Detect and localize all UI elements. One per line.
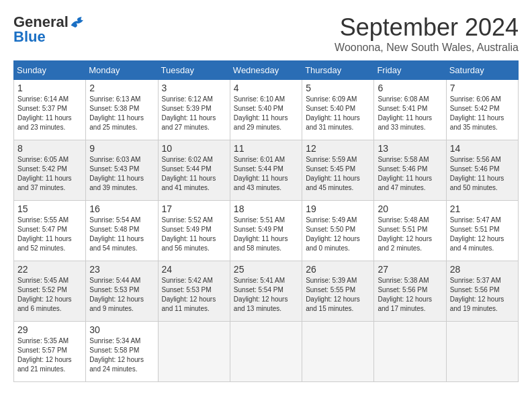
day-number: 17 xyxy=(162,203,226,214)
table-row xyxy=(230,322,302,382)
table-row: 20Sunrise: 5:48 AMSunset: 5:51 PMDayligh… xyxy=(374,201,446,261)
table-row: 5Sunrise: 6:09 AMSunset: 5:40 PMDaylight… xyxy=(302,80,374,140)
table-row: 15Sunrise: 5:55 AMSunset: 5:47 PMDayligh… xyxy=(14,201,86,261)
day-info: Sunrise: 5:42 AMSunset: 5:53 PMDaylight:… xyxy=(162,276,226,314)
day-info: Sunrise: 6:09 AMSunset: 5:40 PMDaylight:… xyxy=(306,95,370,132)
day-number: 24 xyxy=(162,264,226,275)
day-info: Sunrise: 5:58 AMSunset: 5:46 PMDaylight:… xyxy=(378,155,442,193)
location-text: Woonona, New South Wales, Australia xyxy=(335,42,519,54)
day-info: Sunrise: 5:35 AMSunset: 5:57 PMDaylight:… xyxy=(17,336,82,374)
table-row xyxy=(446,322,518,382)
day-number: 9 xyxy=(89,143,154,154)
col-tuesday: Tuesday xyxy=(158,61,230,80)
day-info: Sunrise: 5:59 AMSunset: 5:45 PMDaylight:… xyxy=(306,155,370,193)
table-row: 29Sunrise: 5:35 AMSunset: 5:57 PMDayligh… xyxy=(14,322,86,382)
day-number: 22 xyxy=(17,264,82,275)
day-info: Sunrise: 5:54 AMSunset: 5:48 PMDaylight:… xyxy=(89,216,154,253)
day-number: 5 xyxy=(306,83,370,93)
table-row: 7Sunrise: 6:06 AMSunset: 5:42 PMDaylight… xyxy=(446,80,518,140)
logo-blue-text: Blue xyxy=(13,28,46,46)
day-number: 7 xyxy=(450,83,515,93)
table-row: 21Sunrise: 5:47 AMSunset: 5:51 PMDayligh… xyxy=(446,201,518,261)
day-number: 30 xyxy=(89,324,154,335)
table-row: 13Sunrise: 5:58 AMSunset: 5:46 PMDayligh… xyxy=(374,140,446,201)
day-number: 16 xyxy=(89,203,154,214)
day-info: Sunrise: 5:47 AMSunset: 5:51 PMDaylight:… xyxy=(450,216,515,253)
col-wednesday: Wednesday xyxy=(230,61,302,80)
day-number: 14 xyxy=(450,143,515,154)
day-number: 21 xyxy=(450,203,515,214)
calendar-week-row: 29Sunrise: 5:35 AMSunset: 5:57 PMDayligh… xyxy=(14,322,519,382)
day-info: Sunrise: 5:34 AMSunset: 5:58 PMDaylight:… xyxy=(89,336,154,374)
table-row: 27Sunrise: 5:38 AMSunset: 5:56 PMDayligh… xyxy=(374,261,446,322)
day-info: Sunrise: 5:45 AMSunset: 5:52 PMDaylight:… xyxy=(17,276,82,314)
table-row xyxy=(302,322,374,382)
logo-bird-icon xyxy=(70,15,86,29)
table-row: 18Sunrise: 5:51 AMSunset: 5:49 PMDayligh… xyxy=(230,201,302,261)
table-row xyxy=(374,322,446,382)
day-info: Sunrise: 5:37 AMSunset: 5:56 PMDaylight:… xyxy=(450,276,515,314)
day-number: 2 xyxy=(89,83,154,93)
day-number: 10 xyxy=(162,143,226,154)
table-row: 2Sunrise: 6:13 AMSunset: 5:38 PMDaylight… xyxy=(86,80,158,140)
day-number: 25 xyxy=(234,264,298,275)
day-info: Sunrise: 6:01 AMSunset: 5:44 PMDaylight:… xyxy=(234,155,298,193)
table-row: 11Sunrise: 6:01 AMSunset: 5:44 PMDayligh… xyxy=(230,140,302,201)
day-info: Sunrise: 6:14 AMSunset: 5:37 PMDaylight:… xyxy=(17,95,82,132)
table-row: 28Sunrise: 5:37 AMSunset: 5:56 PMDayligh… xyxy=(446,261,518,322)
col-friday: Friday xyxy=(374,61,446,80)
day-info: Sunrise: 6:12 AMSunset: 5:39 PMDaylight:… xyxy=(162,95,226,132)
day-number: 19 xyxy=(306,203,370,214)
day-number: 12 xyxy=(306,143,370,154)
calendar-week-row: 15Sunrise: 5:55 AMSunset: 5:47 PMDayligh… xyxy=(14,201,519,261)
day-info: Sunrise: 5:52 AMSunset: 5:49 PMDaylight:… xyxy=(162,216,226,253)
day-number: 29 xyxy=(17,324,82,335)
col-monday: Monday xyxy=(86,61,158,80)
day-number: 23 xyxy=(89,264,154,275)
table-row: 8Sunrise: 6:05 AMSunset: 5:42 PMDaylight… xyxy=(14,140,86,201)
day-info: Sunrise: 5:38 AMSunset: 5:56 PMDaylight:… xyxy=(378,276,442,314)
calendar-table: Sunday Monday Tuesday Wednesday Thursday… xyxy=(13,60,519,382)
table-row xyxy=(158,322,230,382)
day-number: 28 xyxy=(450,264,515,275)
title-section: September 2024 Woonona, New South Wales,… xyxy=(335,13,519,54)
col-thursday: Thursday xyxy=(302,61,374,80)
day-number: 15 xyxy=(17,203,82,214)
day-number: 18 xyxy=(234,203,298,214)
calendar-week-row: 1Sunrise: 6:14 AMSunset: 5:37 PMDaylight… xyxy=(14,80,519,140)
day-info: Sunrise: 6:10 AMSunset: 5:40 PMDaylight:… xyxy=(234,95,298,132)
day-number: 1 xyxy=(17,83,82,93)
table-row: 9Sunrise: 6:03 AMSunset: 5:43 PMDaylight… xyxy=(86,140,158,201)
table-row: 12Sunrise: 5:59 AMSunset: 5:45 PMDayligh… xyxy=(302,140,374,201)
day-info: Sunrise: 5:41 AMSunset: 5:54 PMDaylight:… xyxy=(234,276,298,314)
calendar-week-row: 8Sunrise: 6:05 AMSunset: 5:42 PMDaylight… xyxy=(14,140,519,201)
day-info: Sunrise: 5:44 AMSunset: 5:53 PMDaylight:… xyxy=(89,276,154,314)
day-info: Sunrise: 6:08 AMSunset: 5:41 PMDaylight:… xyxy=(378,95,442,132)
day-number: 27 xyxy=(378,264,442,275)
table-row: 19Sunrise: 5:49 AMSunset: 5:50 PMDayligh… xyxy=(302,201,374,261)
day-info: Sunrise: 6:03 AMSunset: 5:43 PMDaylight:… xyxy=(89,155,154,193)
table-row: 14Sunrise: 5:56 AMSunset: 5:46 PMDayligh… xyxy=(446,140,518,201)
page-header: General Blue September 2024 Woonona, New… xyxy=(13,13,519,54)
table-row: 16Sunrise: 5:54 AMSunset: 5:48 PMDayligh… xyxy=(86,201,158,261)
table-row: 26Sunrise: 5:39 AMSunset: 5:55 PMDayligh… xyxy=(302,261,374,322)
calendar-header-row: Sunday Monday Tuesday Wednesday Thursday… xyxy=(14,61,519,80)
month-title: September 2024 xyxy=(335,13,519,42)
table-row: 3Sunrise: 6:12 AMSunset: 5:39 PMDaylight… xyxy=(158,80,230,140)
day-info: Sunrise: 6:13 AMSunset: 5:38 PMDaylight:… xyxy=(89,95,154,132)
table-row: 23Sunrise: 5:44 AMSunset: 5:53 PMDayligh… xyxy=(86,261,158,322)
day-number: 11 xyxy=(234,143,298,154)
col-sunday: Sunday xyxy=(14,61,86,80)
day-info: Sunrise: 5:48 AMSunset: 5:51 PMDaylight:… xyxy=(378,216,442,253)
day-info: Sunrise: 5:39 AMSunset: 5:55 PMDaylight:… xyxy=(306,276,370,314)
calendar-week-row: 22Sunrise: 5:45 AMSunset: 5:52 PMDayligh… xyxy=(14,261,519,322)
day-info: Sunrise: 6:06 AMSunset: 5:42 PMDaylight:… xyxy=(450,95,515,132)
table-row: 1Sunrise: 6:14 AMSunset: 5:37 PMDaylight… xyxy=(14,80,86,140)
day-info: Sunrise: 5:51 AMSunset: 5:49 PMDaylight:… xyxy=(234,216,298,253)
day-number: 8 xyxy=(17,143,82,154)
day-number: 6 xyxy=(378,83,442,93)
day-number: 4 xyxy=(234,83,298,93)
table-row: 25Sunrise: 5:41 AMSunset: 5:54 PMDayligh… xyxy=(230,261,302,322)
day-number: 3 xyxy=(162,83,226,93)
col-saturday: Saturday xyxy=(446,61,518,80)
